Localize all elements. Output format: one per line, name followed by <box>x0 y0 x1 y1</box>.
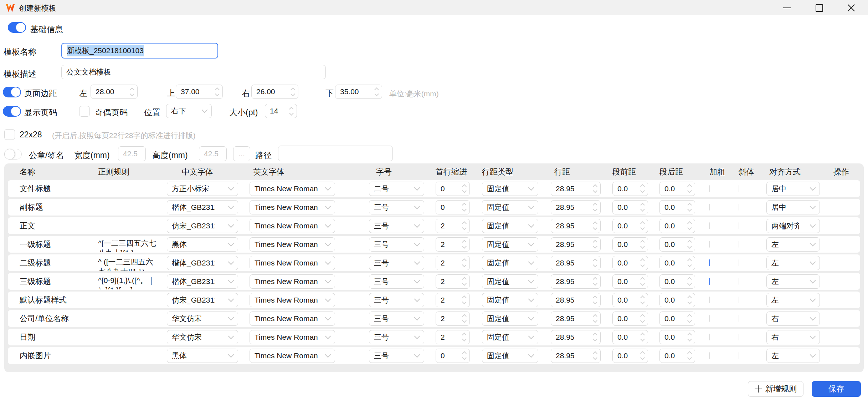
spacing-type-dropdown[interactable]: 固定值 <box>482 200 538 214</box>
cn-font-dropdown[interactable]: 楷体_GB2312 <box>167 256 238 270</box>
space-after-spinner[interactable]: 0.0 <box>659 182 695 196</box>
space-before-spinner[interactable]: 0.0 <box>612 274 648 289</box>
space-before-spinner[interactable]: 0.0 <box>612 200 648 214</box>
space-after-spinner[interactable]: 0.0 <box>659 312 695 326</box>
font-size-dropdown[interactable]: 三号 <box>369 293 424 307</box>
bold-checkbox[interactable] <box>709 204 710 211</box>
space-before-spinner[interactable]: 0.0 <box>612 219 648 233</box>
space-after-spinner[interactable]: 0.0 <box>659 237 695 252</box>
en-font-dropdown[interactable]: Times New Roman <box>250 274 335 289</box>
spinner-arrows[interactable] <box>463 278 466 285</box>
en-font-dropdown[interactable]: Times New Roman <box>250 293 335 307</box>
align-dropdown[interactable]: 左 <box>766 256 820 270</box>
bold-checkbox[interactable] <box>709 185 710 192</box>
spinner-arrows[interactable] <box>688 259 691 267</box>
spinner-arrows[interactable] <box>291 88 294 96</box>
spinner-arrows[interactable] <box>641 315 644 322</box>
spacing-spinner[interactable]: 28.95 <box>551 274 601 289</box>
bold-checkbox[interactable] <box>709 334 710 340</box>
cn-font-dropdown[interactable]: 华文仿宋 <box>167 330 238 344</box>
align-dropdown[interactable]: 居中 <box>766 182 820 196</box>
spacing-type-dropdown[interactable]: 固定值 <box>482 312 538 326</box>
spinner-arrows[interactable] <box>290 107 293 115</box>
spacing-spinner[interactable]: 28.95 <box>551 219 601 233</box>
en-font-dropdown[interactable]: Times New Roman <box>250 182 335 196</box>
spacing-type-dropdown[interactable]: 固定值 <box>482 330 538 344</box>
close-button[interactable] <box>844 1 858 15</box>
spacing-spinner[interactable]: 28.95 <box>551 256 601 270</box>
spinner-arrows[interactable] <box>688 352 691 359</box>
spinner-arrows[interactable] <box>688 185 691 192</box>
bold-checkbox[interactable] <box>709 297 710 303</box>
indent-spinner[interactable]: 2 <box>436 274 470 289</box>
spacing-type-dropdown[interactable]: 固定值 <box>482 182 538 196</box>
spinner-arrows[interactable] <box>688 203 691 211</box>
spinner-arrows[interactable] <box>463 315 466 322</box>
italic-checkbox[interactable] <box>739 259 739 266</box>
spacing-spinner[interactable]: 28.95 <box>551 330 601 344</box>
indent-spinner[interactable]: 2 <box>436 330 470 344</box>
align-dropdown[interactable]: 左 <box>766 274 820 289</box>
basic-info-toggle[interactable] <box>8 22 25 33</box>
align-dropdown[interactable]: 右 <box>766 330 820 344</box>
cn-font-dropdown[interactable]: 楷体_GB2312 <box>167 274 238 289</box>
align-dropdown[interactable]: 左 <box>766 349 820 363</box>
space-after-spinner[interactable]: 0.0 <box>659 274 695 289</box>
align-dropdown[interactable]: 两端对齐 <box>766 219 820 233</box>
space-after-spinner[interactable]: 0.0 <box>659 219 695 233</box>
spinner-arrows[interactable] <box>688 296 691 304</box>
spinner-arrows[interactable] <box>594 296 597 304</box>
margin-top-spinner[interactable]: 37.00 <box>176 85 223 99</box>
template-desc-input[interactable]: 公文文档模板 <box>61 65 326 79</box>
spinner-arrows[interactable] <box>688 278 691 285</box>
spinner-arrows[interactable] <box>375 88 378 96</box>
spacing-type-dropdown[interactable]: 固定值 <box>482 274 538 289</box>
spinner-arrows[interactable] <box>641 185 644 192</box>
indent-spinner[interactable]: 0 <box>436 182 470 196</box>
spinner-arrows[interactable] <box>463 222 466 229</box>
spacing-spinner[interactable]: 28.95 <box>551 349 601 363</box>
odd-even-checkbox[interactable] <box>79 106 90 117</box>
spacing-spinner[interactable]: 28.95 <box>551 293 601 307</box>
indent-spinner[interactable]: 0 <box>436 349 470 363</box>
spinner-arrows[interactable] <box>463 352 466 359</box>
grid-2228-checkbox[interactable] <box>4 129 15 140</box>
italic-checkbox[interactable] <box>739 334 739 340</box>
spacing-type-dropdown[interactable]: 固定值 <box>482 293 538 307</box>
spinner-arrows[interactable] <box>688 222 691 229</box>
italic-checkbox[interactable] <box>739 204 739 211</box>
font-size-dropdown[interactable]: 三号 <box>369 219 424 233</box>
spinner-arrows[interactable] <box>594 352 597 359</box>
cn-font-dropdown[interactable]: 仿宋_GB2312 <box>167 293 238 307</box>
italic-checkbox[interactable] <box>739 185 739 192</box>
italic-checkbox[interactable] <box>739 297 739 303</box>
bold-checkbox[interactable] <box>709 241 710 248</box>
maximize-button[interactable] <box>812 1 826 15</box>
spinner-arrows[interactable] <box>594 222 597 229</box>
minimize-button[interactable] <box>780 1 794 15</box>
space-before-spinner[interactable]: 0.0 <box>612 237 648 252</box>
cn-font-dropdown[interactable]: 黑体 <box>167 237 238 252</box>
align-dropdown[interactable]: 左 <box>766 237 820 252</box>
font-size-dropdown[interactable]: 三号 <box>369 312 424 326</box>
spacing-spinner[interactable]: 28.95 <box>551 182 601 196</box>
spinner-arrows[interactable] <box>641 241 644 248</box>
spinner-arrows[interactable] <box>594 333 597 341</box>
cn-font-dropdown[interactable]: 方正小标宋 <box>167 182 238 196</box>
space-before-spinner[interactable]: 0.0 <box>612 182 648 196</box>
spinner-arrows[interactable] <box>216 88 219 96</box>
indent-spinner[interactable]: 2 <box>436 293 470 307</box>
en-font-dropdown[interactable]: Times New Roman <box>250 237 335 252</box>
en-font-dropdown[interactable]: Times New Roman <box>250 219 335 233</box>
italic-checkbox[interactable] <box>739 352 739 359</box>
spinner-arrows[interactable] <box>641 259 644 267</box>
spinner-arrows[interactable] <box>463 203 466 211</box>
font-size-dropdown[interactable]: 三号 <box>369 274 424 289</box>
font-size-dropdown[interactable]: 三号 <box>369 349 424 363</box>
space-after-spinner[interactable]: 0.0 <box>659 200 695 214</box>
spinner-arrows[interactable] <box>688 315 691 322</box>
spinner-arrows[interactable] <box>594 203 597 211</box>
spinner-arrows[interactable] <box>130 88 134 96</box>
page-margin-toggle[interactable] <box>3 87 20 97</box>
en-font-dropdown[interactable]: Times New Roman <box>250 330 335 344</box>
